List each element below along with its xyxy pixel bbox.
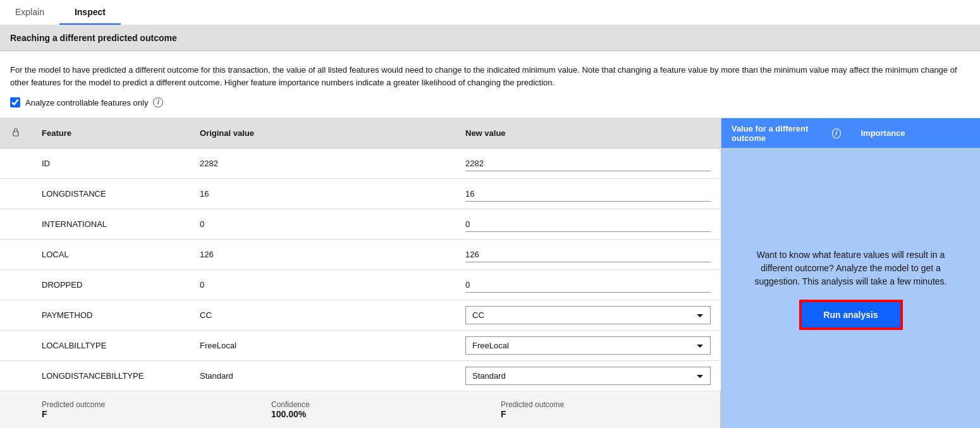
new-predicted-label: Predicted outcome	[501, 400, 710, 409]
feature-cell: LOCALBILLTYPE	[32, 333, 190, 358]
tab-inspect[interactable]: Inspect	[59, 0, 121, 25]
svg-rect-0	[13, 131, 18, 136]
feature-cell: DROPPED	[32, 272, 190, 297]
feature-cell: LONGDISTANCEBILLTYPE	[32, 364, 190, 388]
lock-icon	[11, 127, 21, 139]
original-value-cell: 0	[190, 212, 455, 236]
feature-header: Feature	[32, 128, 190, 138]
table-row: LONGDISTANCE16	[0, 179, 721, 209]
info-tooltip-icon[interactable]: i	[153, 97, 163, 107]
tab-explain[interactable]: Explain	[0, 0, 59, 25]
controllable-features-row: Analyze controllable features only i	[10, 97, 970, 107]
section-header: Reaching a different predicted outcome	[0, 25, 980, 51]
footer-lock-cell	[0, 398, 32, 422]
side-description: Want to know what feature values will re…	[742, 248, 960, 288]
lock-cell	[0, 247, 32, 262]
info-description: For the model to have predicted a differ…	[10, 64, 970, 89]
controllable-features-label: Analyze controllable features only	[25, 98, 148, 107]
main-table: Feature Original value New value ID2282L…	[0, 118, 721, 428]
new-value-cell	[455, 181, 721, 207]
original-predicted-value: F	[42, 409, 251, 419]
new-value-select[interactable]: StandardIntnl_discountBudget	[465, 367, 711, 385]
original-value-cell: 2282	[190, 151, 455, 176]
lock-cell	[0, 369, 32, 384]
table-header: Feature Original value New value	[0, 118, 721, 149]
lock-cell	[0, 186, 32, 202]
lock-cell	[0, 156, 32, 171]
lock-cell	[0, 338, 32, 353]
new-value-select[interactable]: FreeLocalBudgetStandard	[465, 336, 711, 355]
new-value-cell	[455, 151, 721, 176]
feature-cell: ID	[32, 151, 190, 176]
run-analysis-button[interactable]: Run analysis	[800, 301, 902, 329]
info-section: For the model to have predicted a differ…	[0, 51, 980, 118]
lock-cell	[0, 217, 32, 232]
new-value-cell	[455, 242, 721, 267]
side-content-area: Want to know what feature values will re…	[721, 149, 980, 428]
table-row: LOCALBILLTYPEFreeLocalFreeLocalBudgetSta…	[0, 331, 721, 361]
feature-cell: LONGDISTANCE	[32, 181, 190, 206]
original-value-header: Original value	[190, 128, 455, 138]
original-value-cell: FreeLocal	[190, 333, 455, 358]
original-value-cell: CC	[190, 303, 455, 327]
footer-new-outcome: Predicted outcome F	[491, 398, 720, 422]
table-row: PAYMETHODCCCCAutoCH	[0, 300, 721, 331]
side-panel: Value for a different outcome i Importan…	[721, 118, 980, 428]
original-value-cell: 126	[190, 242, 455, 267]
new-value-select[interactable]: CCAutoCH	[465, 306, 711, 324]
footer-original-confidence: Confidence 100.00%	[261, 398, 491, 422]
new-value-cell	[455, 272, 721, 298]
main-table-layout: Feature Original value New value ID2282L…	[0, 118, 980, 428]
feature-cell: PAYMETHOD	[32, 303, 190, 327]
new-predicted-value: F	[501, 409, 710, 419]
table-rows: ID2282LONGDISTANCE16INTERNATIONAL0LOCAL1…	[0, 149, 721, 391]
lock-cell	[0, 278, 32, 293]
lock-cell	[0, 308, 32, 323]
table-footer: Predicted outcome F Confidence 100.00% P…	[0, 391, 721, 428]
original-value-cell: 16	[190, 181, 455, 206]
feature-cell: LOCAL	[32, 242, 190, 267]
table-row: DROPPED0	[0, 270, 721, 300]
value-for-different-header: Value for a different outcome i	[721, 124, 851, 143]
side-header: Value for a different outcome i Importan…	[721, 118, 980, 149]
table-row: INTERNATIONAL0	[0, 209, 721, 240]
controllable-features-checkbox[interactable]	[10, 97, 20, 107]
new-value-cell: FreeLocalBudgetStandard	[455, 331, 721, 360]
new-value-header: New value	[455, 128, 721, 138]
importance-header: Importance	[851, 128, 981, 138]
original-value-cell: 0	[190, 272, 455, 297]
feature-cell: INTERNATIONAL	[32, 212, 190, 236]
original-confidence-value: 100.00%	[271, 409, 481, 419]
new-value-input[interactable]	[465, 217, 711, 232]
side-header-info-icon[interactable]: i	[832, 128, 841, 138]
table-row: LONGDISTANCEBILLTYPEStandardStandardIntn…	[0, 361, 721, 391]
new-value-cell: CCAutoCH	[455, 301, 721, 329]
tab-bar: Explain Inspect	[0, 0, 980, 25]
new-value-input[interactable]	[465, 278, 711, 293]
new-value-input[interactable]	[465, 186, 711, 202]
original-predicted-label: Predicted outcome	[42, 400, 251, 409]
table-row: LOCAL126	[0, 240, 721, 270]
lock-header	[0, 127, 32, 139]
new-value-input[interactable]	[465, 247, 711, 262]
new-value-cell: StandardIntnl_discountBudget	[455, 362, 721, 390]
new-value-cell	[455, 212, 721, 237]
footer-original-outcome: Predicted outcome F	[32, 398, 261, 422]
original-confidence-label: Confidence	[271, 400, 481, 409]
table-row: ID2282	[0, 149, 721, 179]
original-value-cell: Standard	[190, 364, 455, 388]
new-value-input[interactable]	[465, 156, 711, 171]
